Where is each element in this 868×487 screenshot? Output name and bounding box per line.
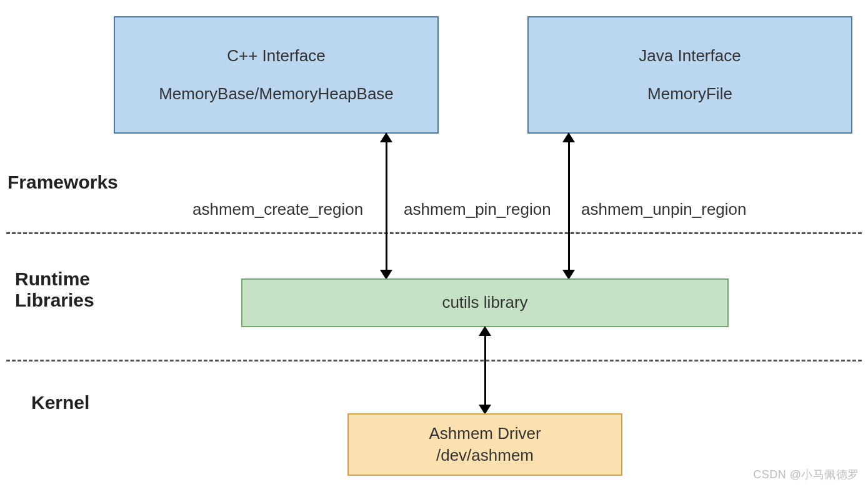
box-cpp-title: C++ Interface bbox=[227, 45, 326, 67]
diagram-canvas: C++ Interface MemoryBase/MemoryHeapBase … bbox=[0, 0, 868, 487]
section-frameworks: Frameworks bbox=[7, 172, 118, 193]
box-cutils-title: cutils library bbox=[442, 292, 527, 313]
box-ashmem-driver: Ashmem Driver /dev/ashmem bbox=[347, 413, 622, 476]
watermark: CSDN @小马佩德罗 bbox=[753, 467, 859, 482]
box-cpp-interface: C++ Interface MemoryBase/MemoryHeapBase bbox=[114, 16, 439, 134]
box-driver-sub: /dev/ashmem bbox=[436, 445, 534, 466]
box-cpp-sub: MemoryBase/MemoryHeapBase bbox=[159, 83, 394, 105]
divider-runtime-kernel bbox=[6, 360, 862, 362]
box-java-sub: MemoryFile bbox=[647, 83, 732, 105]
box-java-title: Java Interface bbox=[639, 45, 741, 67]
box-java-interface: Java Interface MemoryFile bbox=[527, 16, 852, 134]
section-runtime: Runtime Libraries bbox=[15, 268, 94, 311]
section-kernel: Kernel bbox=[31, 392, 89, 413]
api-create: ashmem_create_region bbox=[192, 200, 363, 219]
box-driver-title: Ashmem Driver bbox=[429, 423, 541, 445]
box-cutils: cutils library bbox=[241, 278, 729, 327]
divider-frameworks-runtime bbox=[6, 232, 862, 234]
api-unpin: ashmem_unpin_region bbox=[581, 200, 747, 219]
api-pin: ashmem_pin_region bbox=[404, 200, 551, 219]
